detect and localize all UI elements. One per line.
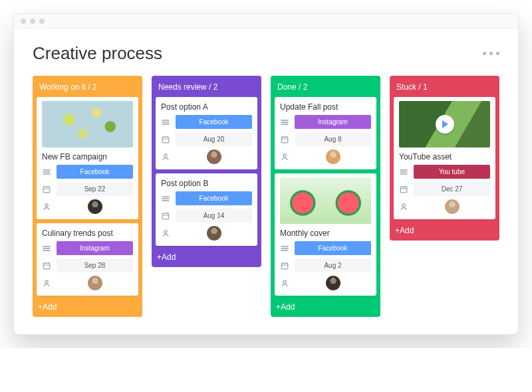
card-title: YouTube asset [399, 151, 490, 161]
svg-rect-12 [400, 187, 407, 193]
add-card-button[interactable]: +Add [394, 223, 495, 237]
add-card-button[interactable]: +Add [156, 250, 257, 263]
calendar-icon [161, 136, 170, 144]
date-pill[interactable]: Aug 2 [295, 258, 371, 272]
column-header[interactable]: Needs review / 2 [156, 80, 257, 97]
kanban-card[interactable]: New FB campaignFacebookSep 22 [37, 97, 138, 219]
kanban-card[interactable]: Update Fall postInstagramAug 8 [275, 97, 376, 169]
svg-point-9 [283, 154, 286, 157]
page-title: Creative process [33, 43, 162, 64]
traffic-light-close[interactable] [21, 19, 26, 24]
svg-point-13 [402, 204, 405, 207]
card-title: Update Fall post [280, 101, 371, 112]
svg-point-7 [164, 231, 167, 233]
date-pill[interactable]: Dec 27 [414, 182, 490, 196]
person-icon [399, 203, 408, 211]
date-pill[interactable]: Aug 20 [176, 132, 252, 146]
lines-icon [280, 245, 289, 252]
assignee-avatar[interactable] [88, 276, 102, 290]
column-header[interactable]: Stuck / 1 [394, 80, 495, 97]
person-icon [161, 153, 170, 161]
lines-icon [399, 168, 408, 176]
date-pill[interactable]: Sep 22 [57, 182, 133, 196]
platform-pill[interactable]: Facebook [295, 241, 371, 255]
svg-rect-8 [281, 137, 288, 143]
assignee-avatar[interactable] [207, 226, 221, 241]
person-icon [42, 203, 51, 211]
kanban-card[interactable]: Monthly coverFacebookAug 2 [275, 173, 376, 296]
lines-icon [42, 245, 51, 252]
card-title: Monthly cover [280, 227, 371, 238]
add-card-button[interactable]: +Add [37, 300, 138, 313]
kanban-card[interactable]: YouTube assetYou tubeDec 27 [394, 97, 495, 219]
lines-icon [161, 118, 170, 126]
card-title: New FB campaign [42, 151, 133, 161]
window-titlebar [14, 14, 518, 29]
platform-pill[interactable]: Facebook [57, 165, 133, 179]
person-icon [161, 229, 170, 237]
card-thumbnail [280, 177, 371, 224]
svg-rect-10 [281, 263, 288, 269]
kanban-column: Working on it / 2New FB campaignFacebook… [33, 76, 142, 317]
assignee-avatar[interactable] [445, 199, 460, 214]
traffic-light-max[interactable] [39, 19, 45, 24]
person-icon [280, 279, 289, 287]
date-pill[interactable]: Sep 28 [57, 258, 133, 272]
kanban-column: Stuck / 1YouTube assetYou tubeDec 27+Add [390, 76, 499, 241]
platform-pill[interactable]: Facebook [176, 115, 252, 129]
svg-rect-4 [162, 137, 169, 143]
svg-point-11 [283, 280, 286, 283]
card-thumbnail[interactable] [399, 101, 490, 147]
card-title: Post option A [161, 101, 252, 112]
kanban-column: Needs review / 2Post option AFacebookAug… [152, 76, 261, 267]
assignee-avatar[interactable] [207, 149, 221, 164]
platform-pill[interactable]: Instagram [57, 241, 133, 255]
assignee-avatar[interactable] [326, 276, 340, 290]
lines-icon [161, 195, 170, 203]
lines-icon [280, 118, 289, 126]
kanban-card[interactable]: Post option BFacebookAug 14 [156, 173, 257, 246]
calendar-icon [280, 262, 289, 270]
svg-rect-2 [43, 263, 50, 269]
calendar-icon [399, 185, 408, 193]
add-card-button[interactable]: +Add [275, 300, 376, 313]
kanban-card[interactable]: Culinary trends postInstagramSep 28 [37, 223, 138, 296]
card-title: Culinary trends post [42, 227, 133, 238]
svg-point-5 [164, 154, 167, 157]
platform-pill[interactable]: You tube [414, 165, 490, 179]
kanban-card[interactable]: Post option AFacebookAug 20 [156, 97, 257, 169]
kanban-column: Done / 2Update Fall postInstagramAug 8Mo… [271, 76, 380, 317]
column-header[interactable]: Done / 2 [275, 80, 376, 97]
svg-rect-0 [43, 187, 50, 193]
assignee-avatar[interactable] [88, 199, 102, 214]
lines-icon [42, 168, 51, 176]
card-title: Post option B [161, 177, 252, 188]
play-icon[interactable] [436, 115, 454, 134]
calendar-icon [161, 212, 170, 220]
assignee-avatar[interactable] [326, 149, 340, 164]
calendar-icon [280, 136, 289, 144]
calendar-icon [42, 185, 51, 193]
traffic-light-min[interactable] [30, 19, 35, 24]
card-thumbnail [42, 101, 133, 147]
date-pill[interactable]: Aug 14 [176, 209, 252, 223]
person-icon [280, 153, 289, 161]
person-icon [42, 279, 51, 287]
date-pill[interactable]: Aug 8 [295, 132, 371, 146]
svg-point-3 [45, 280, 48, 283]
calendar-icon [42, 262, 51, 270]
platform-pill[interactable]: Facebook [176, 191, 252, 205]
more-menu-icon[interactable] [483, 52, 499, 55]
platform-pill[interactable]: Instagram [295, 115, 371, 129]
column-header[interactable]: Working on it / 2 [37, 80, 138, 97]
svg-rect-6 [162, 213, 169, 219]
svg-point-1 [45, 204, 48, 207]
app-window: Creative process Working on it / 2New FB… [13, 13, 519, 335]
kanban-board: Working on it / 2New FB campaignFacebook… [33, 76, 499, 317]
